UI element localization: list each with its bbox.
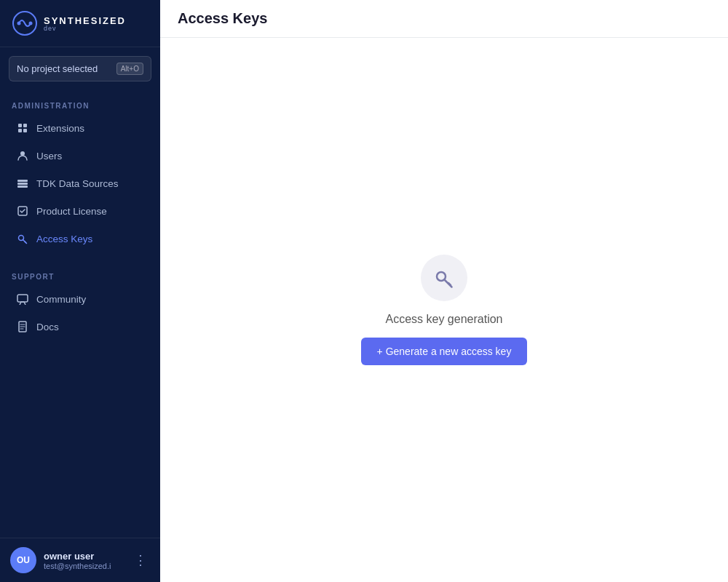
sidebar-item-docs[interactable]: Docs (4, 314, 156, 340)
extensions-label: Extensions (36, 123, 84, 134)
svg-rect-3 (18, 124, 22, 127)
sidebar-item-tdk[interactable]: TDK Data Sources (4, 170, 156, 196)
extensions-icon (16, 121, 29, 135)
main-area: Access Keys Access key generation + Gene… (160, 0, 728, 582)
svg-rect-8 (17, 180, 28, 182)
key-icon-container (421, 255, 467, 301)
main-header: Access Keys (160, 0, 728, 38)
svg-point-2 (29, 22, 33, 25)
project-selector-label: No project selected (17, 63, 98, 74)
docs-label: Docs (36, 322, 59, 332)
sidebar-item-access-keys[interactable]: Access Keys (4, 226, 156, 252)
project-selector-shortcut: Alt+O (116, 63, 143, 75)
more-options-button[interactable]: ⋮ (131, 549, 150, 571)
svg-point-1 (17, 22, 21, 25)
users-icon (16, 149, 29, 162)
sidebar: SYNTHESIZED dev No project selected Alt+… (0, 0, 160, 582)
docs-icon (16, 320, 29, 333)
access-keys-icon (16, 232, 29, 245)
sidebar-item-community[interactable]: Community (4, 286, 156, 312)
svg-rect-13 (17, 295, 28, 302)
generate-access-key-button[interactable]: + Generate a new access key (361, 338, 528, 365)
product-license-label: Product License (36, 206, 107, 217)
sidebar-item-product-license[interactable]: Product License (4, 198, 156, 224)
key-large-icon (433, 267, 455, 289)
access-keys-label: Access Keys (36, 234, 92, 244)
sidebar-item-users[interactable]: Users (4, 143, 156, 169)
tdk-icon (16, 177, 29, 190)
community-icon (16, 292, 29, 306)
product-license-icon (16, 204, 29, 218)
svg-rect-5 (18, 129, 22, 132)
logo-area: SYNTHESIZED dev (0, 0, 160, 47)
tdk-label: TDK Data Sources (36, 178, 119, 189)
svg-rect-9 (17, 183, 28, 185)
user-name: owner user (44, 551, 124, 562)
svg-rect-6 (23, 129, 27, 132)
sidebar-item-extensions[interactable]: Extensions (4, 115, 156, 141)
svg-rect-4 (23, 124, 27, 127)
section-administration: ADMINISTRATION (0, 90, 160, 114)
page-title: Access Keys (178, 10, 267, 27)
dev-badge: dev (44, 25, 126, 32)
main-content: Access key generation + Generate a new a… (160, 38, 728, 582)
project-selector[interactable]: No project selected Alt+O (9, 56, 151, 81)
avatar: OU (10, 547, 36, 573)
svg-rect-10 (17, 186, 28, 188)
section-support: SUPPORT (0, 261, 160, 285)
users-label: Users (36, 151, 62, 162)
community-label: Community (36, 294, 86, 305)
logo-icon (12, 10, 38, 36)
svg-point-7 (20, 151, 25, 156)
empty-state-label: Access key generation (386, 313, 503, 326)
user-footer: OU owner user test@synthesized.i ⋮ (0, 538, 160, 582)
user-email: test@synthesized.i (44, 562, 124, 570)
